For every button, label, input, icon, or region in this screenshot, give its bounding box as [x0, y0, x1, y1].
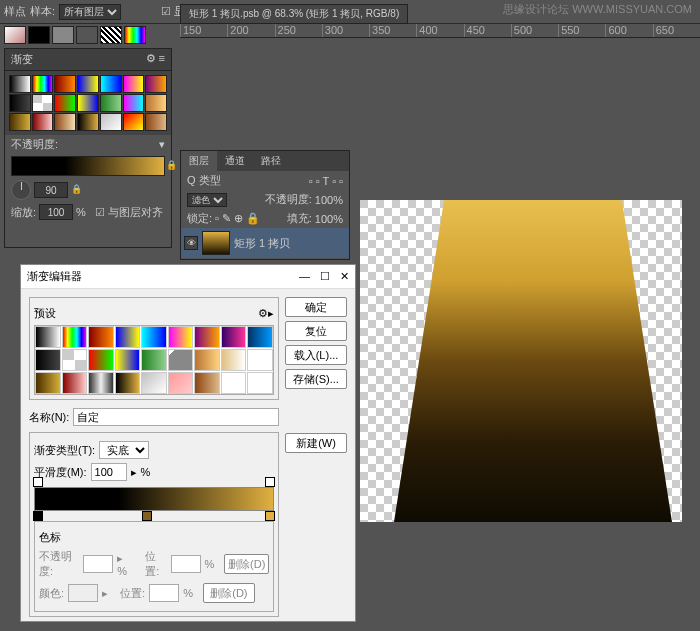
save-button[interactable]: 存储(S)... — [285, 369, 347, 389]
layer-thumbnail[interactable] — [202, 231, 230, 255]
swatch-gradient[interactable] — [4, 26, 26, 44]
dialog-preset[interactable] — [115, 326, 141, 348]
dialog-preset[interactable] — [194, 372, 220, 394]
layer-name[interactable]: 矩形 1 拷贝 — [234, 236, 290, 251]
lock-icons[interactable]: ▫ ✎ ⊕ 🔒 — [215, 212, 260, 225]
name-input[interactable] — [73, 408, 279, 426]
opacity-stop[interactable] — [33, 477, 43, 487]
angle-dial[interactable] — [11, 180, 31, 200]
gradient-preset[interactable] — [77, 75, 99, 93]
gradient-preset[interactable] — [123, 75, 145, 93]
scale-input[interactable] — [39, 204, 73, 220]
gradient-preview-bar[interactable]: 🔒 — [11, 156, 165, 176]
dialog-preset[interactable] — [168, 372, 194, 394]
gradient-preset[interactable] — [145, 113, 167, 131]
visibility-icon[interactable]: 👁 — [184, 236, 198, 250]
gradient-preset[interactable] — [145, 75, 167, 93]
gradient-preset[interactable] — [32, 94, 54, 112]
type-select[interactable]: 实底 — [99, 441, 149, 459]
tab-paths[interactable]: 路径 — [253, 151, 289, 171]
color-stop[interactable] — [142, 511, 152, 521]
dialog-preset[interactable] — [194, 349, 220, 371]
gradient-preset[interactable] — [77, 94, 99, 112]
swatch-spectrum[interactable] — [124, 26, 146, 44]
dialog-preset[interactable] — [35, 326, 61, 348]
sample-select[interactable]: 所有图层 — [59, 4, 121, 20]
gradient-preset[interactable] — [100, 113, 122, 131]
load-button[interactable]: 载入(L)... — [285, 345, 347, 365]
dialog-preset[interactable] — [62, 326, 88, 348]
gradient-preset[interactable] — [54, 113, 76, 131]
dialog-preset[interactable] — [141, 372, 167, 394]
layer-row[interactable]: 👁 矩形 1 拷贝 — [181, 228, 349, 258]
canvas[interactable] — [360, 200, 682, 522]
dialog-preset[interactable] — [88, 326, 114, 348]
dialog-preset[interactable] — [35, 349, 61, 371]
gradient-edit-bar[interactable] — [34, 487, 274, 511]
dialog-preset[interactable] — [221, 372, 247, 394]
delete-button[interactable]: 删除(D) — [224, 554, 269, 574]
swatch-pattern[interactable] — [100, 26, 122, 44]
panel-menu-icon[interactable]: ⚙ ≡ — [146, 52, 165, 67]
filter-icons[interactable]: ▫ ▫ T ▫ ▫ — [309, 175, 343, 187]
presets-menu-icon[interactable]: ⚙▸ — [258, 307, 274, 320]
minimize-icon[interactable]: — — [299, 270, 310, 282]
transparency-checker — [360, 200, 682, 522]
dialog-preset[interactable] — [141, 349, 167, 371]
dialog-preset[interactable] — [88, 349, 114, 371]
dialog-preset[interactable] — [168, 326, 194, 348]
stop-pos-input[interactable] — [171, 555, 201, 573]
new-button[interactable]: 新建(W) — [285, 433, 347, 453]
opacity-stop[interactable] — [265, 477, 275, 487]
dialog-preset[interactable] — [194, 326, 220, 348]
dialog-preset[interactable] — [247, 372, 273, 394]
dialog-preset[interactable] — [247, 326, 273, 348]
tab-layers[interactable]: 图层 — [181, 151, 217, 171]
close-icon[interactable]: ✕ — [340, 270, 349, 282]
align-checkbox[interactable]: ☑ 与图层对齐 — [95, 205, 163, 220]
dialog-preset[interactable] — [168, 349, 194, 371]
gradient-preset[interactable] — [100, 75, 122, 93]
lock-icon[interactable]: 🔒 — [166, 160, 176, 172]
lock-icon[interactable]: 🔒 — [71, 184, 81, 196]
smooth-input[interactable] — [91, 463, 127, 481]
gradient-preset[interactable] — [123, 113, 145, 131]
dialog-preset[interactable] — [115, 349, 141, 371]
gradient-preset[interactable] — [54, 75, 76, 93]
gradient-preset[interactable] — [77, 113, 99, 131]
dialog-preset[interactable] — [221, 326, 247, 348]
gradient-preset[interactable] — [32, 113, 54, 131]
stop-pos-input2[interactable] — [149, 584, 179, 602]
stop-opacity-input[interactable] — [83, 555, 113, 573]
blend-mode-select[interactable]: 滤色 — [187, 193, 227, 207]
swatch-darkgray[interactable] — [76, 26, 98, 44]
gradient-preset[interactable] — [100, 94, 122, 112]
gradient-preset[interactable] — [9, 75, 31, 93]
document-tab[interactable]: 矩形 1 拷贝.psb @ 68.3% (矩形 1 拷贝, RGB/8) — [180, 4, 408, 24]
gradient-preset[interactable] — [123, 94, 145, 112]
swatch-black[interactable] — [28, 26, 50, 44]
cancel-button[interactable]: 复位 — [285, 321, 347, 341]
color-stop[interactable] — [33, 511, 43, 521]
dialog-preset[interactable] — [62, 372, 88, 394]
dialog-preset[interactable] — [247, 349, 273, 371]
delete-button2[interactable]: 删除(D) — [203, 583, 255, 603]
dialog-preset[interactable] — [115, 372, 141, 394]
color-stop[interactable] — [265, 511, 275, 521]
stop-color-swatch[interactable] — [68, 584, 98, 602]
maximize-icon[interactable]: ☐ — [320, 270, 330, 282]
gradient-preset[interactable] — [145, 94, 167, 112]
dialog-preset[interactable] — [141, 326, 167, 348]
dialog-preset[interactable] — [62, 349, 88, 371]
dialog-preset[interactable] — [35, 372, 61, 394]
dialog-preset[interactable] — [221, 349, 247, 371]
gradient-preset[interactable] — [9, 94, 31, 112]
gradient-preset[interactable] — [9, 113, 31, 131]
swatch-gray[interactable] — [52, 26, 74, 44]
angle-input[interactable] — [34, 182, 68, 198]
dialog-preset[interactable] — [88, 372, 114, 394]
ok-button[interactable]: 确定 — [285, 297, 347, 317]
gradient-preset[interactable] — [54, 94, 76, 112]
gradient-preset[interactable] — [32, 75, 54, 93]
tab-channels[interactable]: 通道 — [217, 151, 253, 171]
